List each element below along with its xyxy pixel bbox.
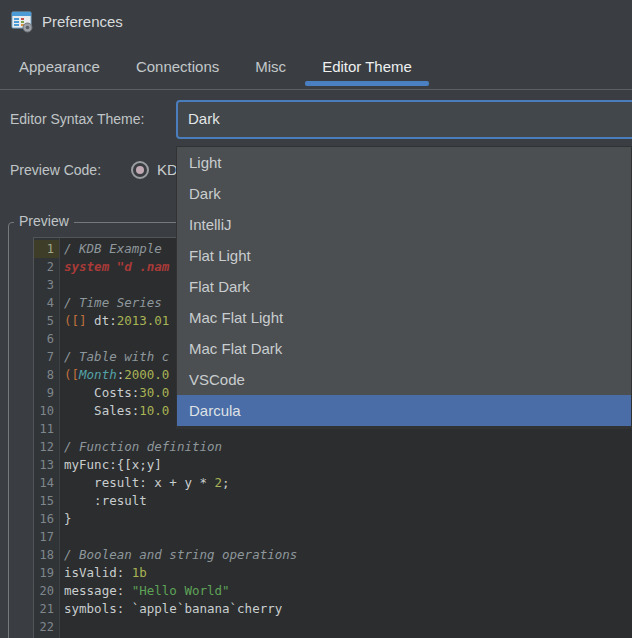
preferences-window-icon bbox=[10, 10, 34, 34]
line-number: 13 bbox=[34, 456, 59, 474]
line-number: 15 bbox=[34, 492, 59, 510]
dropdown-option-mac-flat-dark[interactable]: Mac Flat Dark bbox=[177, 333, 631, 364]
line-number: 9 bbox=[34, 384, 59, 402]
tab-connections[interactable]: Connections bbox=[136, 44, 219, 89]
code-line bbox=[64, 618, 632, 636]
editor-gutter: 12345678910111213141516171819202122 bbox=[34, 238, 60, 638]
line-number: 1 bbox=[34, 240, 59, 258]
line-number: 5 bbox=[34, 312, 59, 330]
code-line: / Function definition bbox=[64, 438, 632, 456]
dropdown-option-vscode[interactable]: VSCode bbox=[177, 364, 631, 395]
dropdown-option-light[interactable]: Light bbox=[177, 147, 631, 178]
window-titlebar: Preferences bbox=[0, 0, 632, 44]
tab-editor-theme[interactable]: Editor Theme bbox=[322, 44, 412, 89]
code-line: } bbox=[64, 510, 632, 528]
preview-code-label: Preview Code: bbox=[10, 152, 101, 188]
editor-syntax-theme-label: Editor Syntax Theme: bbox=[10, 100, 144, 138]
line-number: 17 bbox=[34, 528, 59, 546]
code-line bbox=[64, 528, 632, 546]
line-number: 2 bbox=[34, 258, 59, 276]
line-number: 4 bbox=[34, 294, 59, 312]
code-line: / Boolean and string operations bbox=[64, 546, 632, 564]
kdb-radio-button[interactable] bbox=[131, 161, 149, 179]
code-line: myFunc:{[x;y] bbox=[64, 456, 632, 474]
window-title: Preferences bbox=[42, 0, 123, 44]
line-number: 7 bbox=[34, 348, 59, 366]
selected-theme-value: Dark bbox=[188, 110, 220, 127]
dropdown-option-flat-light[interactable]: Flat Light bbox=[177, 240, 631, 271]
dropdown-option-mac-flat-light[interactable]: Mac Flat Light bbox=[177, 302, 631, 333]
line-number: 11 bbox=[34, 420, 59, 438]
line-number: 12 bbox=[34, 438, 59, 456]
line-number: 8 bbox=[34, 366, 59, 384]
line-number: 14 bbox=[34, 474, 59, 492]
tab-appearance[interactable]: Appearance bbox=[19, 44, 100, 89]
line-number: 19 bbox=[34, 564, 59, 582]
line-number: 10 bbox=[34, 402, 59, 420]
line-number: 22 bbox=[34, 618, 59, 636]
line-number: 16 bbox=[34, 510, 59, 528]
tab-misc[interactable]: Misc bbox=[255, 44, 286, 89]
preview-group-label: Preview bbox=[14, 213, 74, 229]
code-line: :result bbox=[64, 492, 632, 510]
code-line: message: "Hello World" bbox=[64, 582, 632, 600]
theme-dropdown-popup: LightDarkIntelliJFlat LightFlat DarkMac … bbox=[176, 146, 632, 429]
line-number: 21 bbox=[34, 600, 59, 618]
dropdown-option-dark[interactable]: Dark bbox=[177, 178, 631, 209]
dropdown-option-intellij[interactable]: IntelliJ bbox=[177, 209, 631, 240]
tab-bar: AppearanceConnectionsMiscEditor Theme bbox=[0, 44, 632, 90]
code-line: symbols: `apple`banana`cherry bbox=[64, 600, 632, 618]
dropdown-option-darcula[interactable]: Darcula bbox=[177, 395, 631, 426]
line-number: 18 bbox=[34, 546, 59, 564]
code-line: result: x + y * 2; bbox=[64, 474, 632, 492]
dropdown-option-flat-dark[interactable]: Flat Dark bbox=[177, 271, 631, 302]
line-number: 3 bbox=[34, 276, 59, 294]
code-line: isValid: 1b bbox=[64, 564, 632, 582]
line-number: 6 bbox=[34, 330, 59, 348]
line-number: 20 bbox=[34, 582, 59, 600]
editor-syntax-theme-select[interactable]: Dark bbox=[176, 100, 632, 139]
